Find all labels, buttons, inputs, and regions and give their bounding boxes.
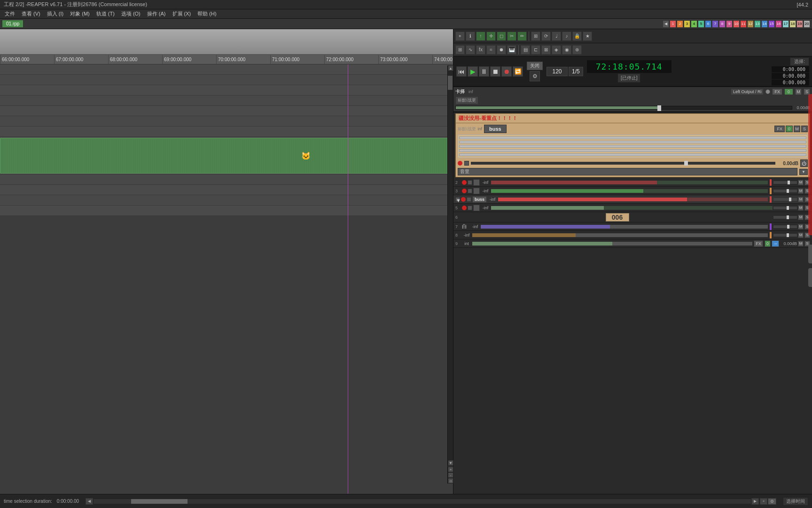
track-tab-left[interactable]: ◀ [663, 20, 669, 28]
h-scroll-right[interactable]: ▶ [751, 498, 759, 505]
tool-waveform[interactable]: ∿ [466, 45, 475, 55]
menu-insert[interactable]: 插入 (I) [44, 10, 66, 18]
track5-fader-handle[interactable] [787, 206, 789, 210]
track2-fx-icon[interactable] [473, 179, 480, 186]
buss-fx-btn[interactable]: FX [774, 126, 785, 132]
buss-rec-btn[interactable] [458, 161, 462, 166]
ctab-08[interactable]: 8 [719, 20, 726, 28]
loop-btn[interactable]: 🔁 [513, 66, 523, 77]
tool-cursor[interactable]: ⌖ [455, 32, 465, 41]
tool-select[interactable]: ◻ [497, 32, 506, 41]
steam-icon[interactable]: ⚙ [530, 71, 540, 81]
buss-fader-track[interactable] [471, 162, 775, 165]
ctab-18[interactable]: 18 [789, 20, 796, 28]
track4-fader[interactable] [773, 198, 797, 201]
vertical-scrollbar[interactable]: ▲ ▼ + - ⊡ [447, 65, 453, 484]
tool-fx[interactable]: fx [476, 45, 485, 55]
tool-bar2f[interactable]: ⊛ [572, 45, 582, 55]
tool-eq[interactable]: ≈ [486, 45, 496, 55]
ctab-12[interactable]: 12 [747, 20, 754, 28]
ctab-11[interactable]: 11 [740, 20, 747, 28]
buss-power-btn[interactable]: ⏻ [800, 159, 808, 167]
track2-m-btn[interactable]: M [798, 180, 804, 185]
scroll-up-btn[interactable]: ▲ [448, 65, 453, 71]
track3-fader[interactable] [773, 190, 797, 192]
ctab-02[interactable]: 2 [677, 20, 683, 28]
buss-arm-btn[interactable] [464, 161, 469, 166]
h-scroll-track[interactable] [93, 499, 751, 504]
track3-m-btn[interactable]: M [798, 188, 804, 194]
ctab-05[interactable]: 5 [698, 20, 704, 28]
ctab-09[interactable]: 9 [726, 20, 733, 28]
tool-piano[interactable]: 🎹 [507, 45, 516, 55]
close-btn[interactable]: 关闭 [527, 62, 543, 70]
tool-lock[interactable]: 🔒 [572, 32, 582, 41]
h-scroll-left[interactable]: ◀ [86, 498, 93, 505]
track6-fader[interactable] [773, 216, 797, 219]
buss-fader-handle[interactable] [684, 161, 688, 166]
master-fader-track[interactable] [455, 106, 792, 110]
tool-info[interactable]: ℹ [466, 32, 475, 41]
scroll-track[interactable] [448, 71, 453, 460]
track2-arm[interactable] [468, 180, 472, 185]
ctab-07[interactable]: 7 [712, 20, 718, 28]
right-edge-scroll2[interactable] [808, 268, 812, 287]
bpm-display[interactable]: 120 [547, 67, 568, 76]
zoom-in-btn[interactable]: + [448, 467, 453, 472]
master-routing-btn[interactable]: 标默/战更 [455, 96, 478, 104]
track7-fader-handle[interactable] [787, 225, 789, 229]
zoom-reset-btn[interactable]: ⊡ [448, 478, 453, 484]
track9-ch-btn[interactable]: 0 [765, 240, 771, 247]
right-edge-scroll[interactable] [808, 245, 812, 263]
menu-action[interactable]: 操作 (A) [144, 10, 169, 18]
ctab-14[interactable]: 14 [761, 20, 768, 28]
stop-btn[interactable]: ⏹ [490, 66, 500, 77]
track6-fader-handle[interactable] [787, 215, 789, 219]
time-sig-display[interactable]: 1/5 [569, 67, 583, 76]
zoom-out-btn[interactable]: - [448, 472, 453, 478]
menu-help[interactable]: 帮助 (H) [195, 10, 219, 18]
track8-m-btn[interactable]: M [798, 232, 804, 238]
track8-fader[interactable] [773, 234, 797, 237]
settings-btn[interactable]: ⚙ [768, 498, 776, 505]
track3-fx-icon[interactable] [473, 188, 480, 194]
buss-vol-dropdown[interactable]: ▼ [799, 169, 808, 175]
tool-pencil[interactable]: ✏ [517, 32, 527, 41]
tool-arrow[interactable]: ↑ [476, 32, 485, 41]
project-tab[interactable]: 01.rpp [2, 20, 23, 28]
track3-rec[interactable] [462, 189, 467, 193]
ctab-20[interactable]: 20 [804, 20, 810, 28]
tool-crosshair[interactable]: ✛ [486, 32, 496, 41]
pause-btn[interactable]: ⏸ [479, 66, 489, 77]
h-scroll-thumb[interactable] [131, 499, 187, 504]
menu-options[interactable]: 选项 (O) [118, 10, 143, 18]
track9-fx-btn[interactable]: FX [754, 240, 763, 247]
track2-fader-handle[interactable] [788, 181, 790, 184]
menu-file[interactable]: 文件 [2, 10, 18, 18]
track4-rec[interactable] [461, 197, 466, 202]
buss-m-btn[interactable]: M [794, 126, 800, 132]
tool-metronome[interactable]: ♩ [552, 32, 561, 41]
track9-m-btn[interactable]: M [798, 241, 804, 246]
buss-s-btn[interactable]: S [801, 126, 808, 132]
tool-snap[interactable]: ⊞ [531, 32, 540, 41]
track3-arm[interactable] [468, 189, 472, 193]
master-fx-btn[interactable]: FX [772, 88, 782, 95]
track4-m-btn[interactable]: M [798, 197, 804, 202]
ctab-13[interactable]: 13 [754, 20, 761, 28]
ctab-03[interactable]: 3 [684, 20, 690, 28]
rewind-btn[interactable]: ⏮ [456, 66, 467, 77]
ctab-15[interactable]: 15 [768, 20, 775, 28]
track2-fader[interactable] [773, 181, 797, 184]
track4-fader-handle[interactable] [789, 198, 791, 201]
audio-clip[interactable]: 🐱 [0, 138, 453, 174]
tool-loop[interactable]: ⟳ [541, 32, 551, 41]
tool-bar2b[interactable]: ⊏ [531, 45, 540, 55]
ctab-10[interactable]: 10 [733, 20, 740, 28]
track9-route-btn[interactable]: → [772, 240, 779, 247]
track5-rec[interactable] [462, 206, 467, 210]
scroll-down-btn[interactable]: ▼ [448, 460, 453, 466]
tool-bar2e[interactable]: ◉ [562, 45, 571, 55]
master-m-btn[interactable]: M [795, 88, 802, 95]
tool-star[interactable]: ★ [583, 32, 592, 41]
